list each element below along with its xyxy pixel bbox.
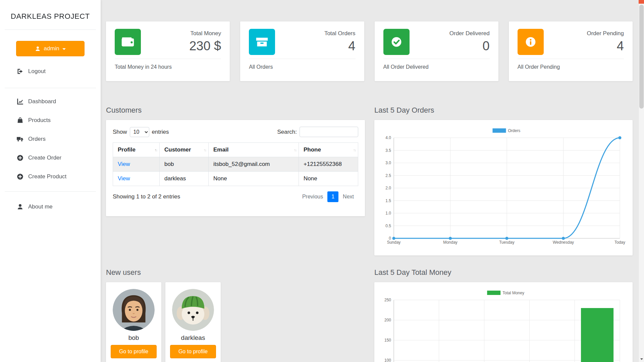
- next-page-button[interactable]: Next: [338, 191, 358, 202]
- stats-row: Total Money 230 $ Total Money in 24 hour…: [106, 21, 633, 81]
- sidebar-item-label: Create Product: [28, 173, 66, 180]
- sidebar-item-products[interactable]: Products: [0, 111, 101, 130]
- stat-footer: All Orders: [249, 59, 355, 70]
- plus-circle-icon: [17, 155, 23, 161]
- scroll-down-button[interactable]: [639, 357, 644, 361]
- page-1-button[interactable]: 1: [327, 191, 338, 202]
- sidebar-item-about-me[interactable]: About me: [0, 197, 101, 216]
- column-header-customer[interactable]: Customer ↑↓: [160, 143, 209, 157]
- view-profile-link[interactable]: View: [118, 175, 130, 182]
- stat-footer: Total Money in 24 hours: [115, 59, 221, 70]
- table-info: Showing 1 to 2 of 2 entries: [113, 193, 180, 200]
- plus-circle-icon: [17, 173, 23, 180]
- divider: [5, 29, 96, 30]
- column-header-email[interactable]: Email ↑↓: [209, 143, 299, 157]
- sidebar: DARKLEAS PROJECT admin Logout Dashboard …: [0, 0, 101, 362]
- view-profile-link[interactable]: View: [118, 161, 130, 167]
- search-input[interactable]: [300, 127, 358, 137]
- column-header-profile[interactable]: Profile ↑↓: [113, 143, 160, 157]
- svg-text:250: 250: [384, 298, 391, 302]
- admin-user-menu-button[interactable]: admin: [16, 41, 85, 56]
- previous-page-button[interactable]: Previous: [298, 191, 327, 202]
- user-card-darkleas: darkleas Go to profile: [165, 282, 221, 362]
- sidebar-nav: Dashboard Products Orders Create Order C…: [0, 92, 101, 186]
- check-circle-icon: [383, 29, 410, 55]
- dog-watermelon-avatar: [172, 289, 214, 331]
- column-header-phone[interactable]: Phone ↑↓: [299, 143, 358, 157]
- email-cell: itsbob_52@gmail.com: [209, 157, 299, 172]
- user-name: darkleas: [170, 334, 216, 342]
- sidebar-item-create-order[interactable]: Create Order: [0, 148, 101, 167]
- user-name: bob: [111, 334, 157, 342]
- sidebar-item-label: Create Order: [28, 155, 61, 161]
- entries-select[interactable]: 10: [130, 127, 149, 137]
- sidebar-item-label: Products: [28, 117, 51, 124]
- svg-text:Monday: Monday: [443, 240, 458, 245]
- logout-icon: [17, 68, 23, 75]
- sidebar-item-create-product[interactable]: Create Product: [0, 167, 101, 186]
- customers-heading: Customers: [106, 106, 365, 115]
- admin-user-label: admin: [44, 45, 59, 52]
- sidebar-item-logout[interactable]: Logout: [0, 62, 101, 81]
- stat-card-order-delivered: Order Delivered 0 All Order Delivered: [375, 21, 498, 81]
- sidebar-item-label: Logout: [28, 68, 46, 75]
- stat-footer: All Order Pending: [518, 59, 624, 70]
- sort-icon: ↑↓: [353, 148, 356, 152]
- woman-face-avatar: [113, 289, 155, 331]
- chevron-down-icon: [62, 48, 66, 50]
- pagination: Previous 1 Next: [298, 191, 358, 202]
- stat-value: 0: [449, 39, 490, 53]
- info-circle-icon: [518, 29, 544, 55]
- svg-text:100: 100: [384, 358, 391, 362]
- show-label: Show: [113, 129, 127, 135]
- money-chart-card: 050100150200250SundayMondayTuesdayWednes…: [374, 282, 633, 362]
- sidebar-item-dashboard[interactable]: Dashboard: [0, 92, 101, 111]
- scrollbar-thumb[interactable]: [639, 5, 644, 109]
- stat-value: 4: [587, 39, 624, 53]
- svg-text:Total Money: Total Money: [502, 291, 524, 295]
- search-label: Search:: [277, 129, 297, 135]
- table-row: View darkleas None None: [113, 172, 358, 186]
- svg-text:1.0: 1.0: [385, 211, 391, 216]
- scroll-top-marker: [639, 0, 644, 4]
- truck-icon: [17, 136, 23, 142]
- sidebar-item-label: About me: [28, 203, 53, 210]
- go-to-profile-button[interactable]: Go to profile: [111, 345, 157, 358]
- sidebar-item-orders[interactable]: Orders: [0, 130, 101, 148]
- customer-cell: darkleas: [160, 172, 209, 186]
- svg-text:200: 200: [384, 318, 391, 322]
- stat-card-total-money: Total Money 230 $ Total Money in 24 hour…: [106, 21, 230, 81]
- svg-text:2.0: 2.0: [385, 186, 391, 190]
- stat-label: Total Orders: [324, 30, 356, 37]
- main-content: Total Money 230 $ Total Money in 24 hour…: [101, 0, 644, 362]
- email-cell: None: [209, 172, 299, 186]
- sidebar-item-label: Dashboard: [28, 98, 56, 105]
- divider: [5, 88, 96, 88]
- table-row: View bob itsbob_52@gmail.com +1212555236…: [113, 157, 358, 172]
- svg-text:150: 150: [384, 338, 391, 343]
- sort-icon: ↑↓: [204, 148, 206, 152]
- sort-icon: ↑↓: [294, 148, 296, 152]
- stat-footer: All Order Delivered: [383, 59, 490, 70]
- user-icon: [17, 203, 23, 210]
- customer-cell: bob: [160, 157, 209, 172]
- svg-text:2.5: 2.5: [385, 173, 391, 178]
- svg-text:Sunday: Sunday: [387, 240, 401, 245]
- go-to-profile-button[interactable]: Go to profile: [170, 345, 216, 358]
- user-card-bob: bob Go to profile: [106, 282, 161, 362]
- user-icon: [35, 46, 41, 52]
- stat-label: Total Money: [189, 30, 221, 37]
- customers-table-card: Show 10 entries Search:: [106, 120, 365, 216]
- sort-icon: ↑↓: [155, 148, 157, 152]
- orders-chart-heading: Last 5 Day Orders: [374, 106, 633, 115]
- phone-cell: None: [299, 172, 358, 186]
- svg-text:Tuesday: Tuesday: [499, 240, 515, 245]
- box-icon: [249, 29, 275, 55]
- entries-label: entries: [152, 129, 169, 135]
- money-bar-chart: 050100150200250SundayMondayTuesdayWednes…: [381, 289, 626, 362]
- new-users-row: bob Go to profile: [106, 282, 365, 362]
- sidebar-item-label: Orders: [28, 136, 46, 142]
- customers-table: Profile ↑↓ Customer ↑↓ Email ↑↓: [113, 142, 358, 186]
- app-title: DARKLEAS PROJECT: [0, 12, 101, 29]
- scrollbar[interactable]: [638, 0, 644, 362]
